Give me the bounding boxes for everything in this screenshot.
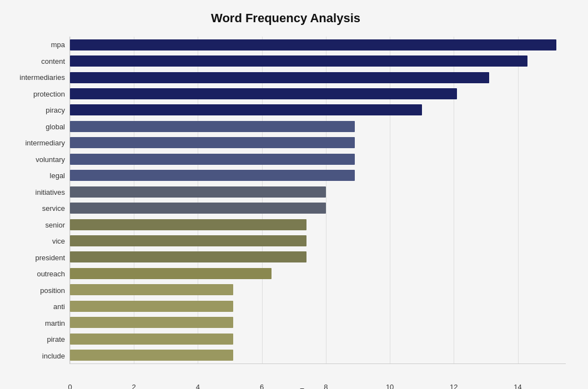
y-label-anti: anti <box>53 300 65 314</box>
bar-row-martin <box>70 316 566 329</box>
chart-area: mpacontentintermediariesprotectionpiracy… <box>6 37 566 364</box>
bar-row-pirate <box>70 332 566 346</box>
bar-outreach <box>70 268 272 279</box>
bar-row-initiatives <box>70 185 566 199</box>
bar-content <box>70 55 527 67</box>
bar-legal <box>70 170 355 181</box>
bar-row-content <box>70 54 566 68</box>
bar-mpa <box>70 39 556 50</box>
bar-row-mpa <box>70 38 566 52</box>
bar-row-vice <box>70 234 566 247</box>
bar-intermediary <box>70 137 355 148</box>
y-label-position: position <box>40 283 65 297</box>
bar-row-global <box>70 120 566 133</box>
bar-voluntary <box>70 154 355 165</box>
bar-senior <box>70 219 306 230</box>
bar-vice <box>70 235 306 246</box>
y-label-include: include <box>42 348 65 363</box>
bar-row-president <box>70 250 566 264</box>
y-label-intermediaries: intermediaries <box>19 70 65 85</box>
y-label-piracy: piracy <box>46 103 65 118</box>
y-label-outreach: outreach <box>37 267 65 281</box>
bar-row-senior <box>70 218 566 231</box>
bar-row-intermediaries <box>70 71 566 84</box>
chart-container: Word Frequency Analysis mpacontentinterm… <box>0 0 588 389</box>
bar-row-piracy <box>70 103 566 117</box>
bar-protection <box>70 88 457 99</box>
bar-row-intermediary <box>70 136 566 149</box>
bar-position <box>70 284 233 295</box>
y-label-intermediary: intermediary <box>25 136 65 150</box>
y-label-voluntary: voluntary <box>36 152 65 166</box>
bars-area: 02468101214 Frequency <box>69 37 566 364</box>
y-label-global: global <box>46 119 65 134</box>
bar-row-include <box>70 348 566 362</box>
bar-include <box>70 350 233 361</box>
y-label-president: president <box>36 250 65 265</box>
y-label-martin: martin <box>45 316 65 330</box>
bar-global <box>70 121 355 132</box>
x-axis-title: Frequency <box>70 387 566 389</box>
bar-row-service <box>70 201 566 215</box>
y-label-service: service <box>42 201 65 216</box>
bar-president <box>70 251 306 262</box>
bar-anti <box>70 301 233 312</box>
y-label-content: content <box>41 54 65 68</box>
bar-row-position <box>70 283 566 296</box>
bar-pirate <box>70 334 233 345</box>
y-label-senior: senior <box>46 218 65 232</box>
y-label-pirate: pirate <box>47 332 65 347</box>
bar-service <box>70 203 326 214</box>
y-label-mpa: mpa <box>51 38 65 52</box>
y-label-protection: protection <box>33 87 65 101</box>
y-label-vice: vice <box>52 234 65 249</box>
y-label-initiatives: initiatives <box>36 185 65 199</box>
bar-row-protection <box>70 87 566 100</box>
bar-piracy <box>70 104 422 115</box>
bar-initiatives <box>70 186 326 198</box>
bar-row-anti <box>70 300 566 313</box>
y-axis-labels: mpacontentintermediariesprotectionpiracy… <box>6 37 69 364</box>
bar-martin <box>70 317 233 328</box>
bar-intermediaries <box>70 72 489 83</box>
bar-row-outreach <box>70 267 566 280</box>
bar-row-voluntary <box>70 153 566 166</box>
bar-row-legal <box>70 169 566 182</box>
chart-title: Word Frequency Analysis <box>6 11 566 26</box>
y-label-legal: legal <box>50 169 65 183</box>
